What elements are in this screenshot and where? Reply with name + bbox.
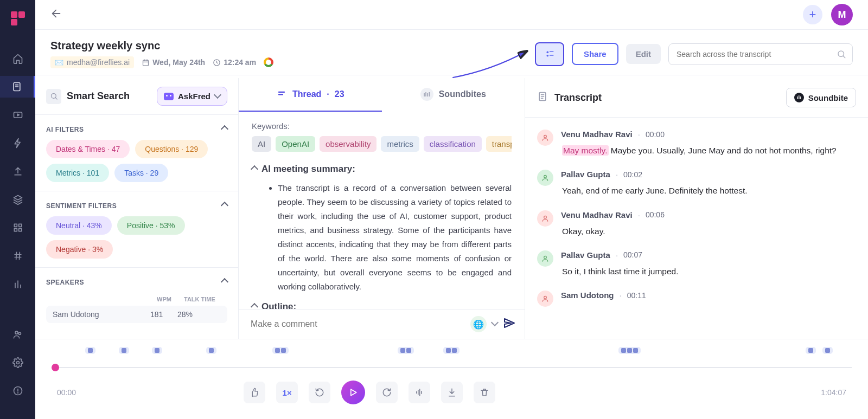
nav-team[interactable]: [7, 324, 29, 345]
timeline-marker[interactable]: [152, 347, 162, 354]
svg-point-27: [546, 51, 548, 53]
filter-chip[interactable]: Dates & Times · 47: [46, 140, 130, 158]
transcript-title: Transcript: [554, 92, 780, 104]
add-button[interactable]: +: [803, 5, 822, 24]
visibility-toggle[interactable]: 🌐: [470, 316, 487, 332]
share-button[interactable]: Share: [572, 43, 618, 65]
edit-button[interactable]: Edit: [626, 44, 661, 64]
timeline-marker[interactable]: [443, 347, 459, 354]
keyword-chip[interactable]: metrics: [381, 136, 419, 152]
download-button[interactable]: [441, 382, 463, 403]
chevron-up-icon: [222, 126, 227, 133]
timeline-marker[interactable]: [822, 347, 833, 354]
tab-soundbites[interactable]: ılıl Soundbites: [382, 78, 525, 112]
playbar[interactable]: [52, 365, 852, 370]
nav-media[interactable]: [7, 104, 29, 126]
filter-chip[interactable]: Tasks · 29: [114, 164, 168, 182]
speaker-row[interactable]: Sam Udotong18128%: [46, 306, 227, 323]
send-button[interactable]: [503, 317, 516, 332]
waveform-button[interactable]: [409, 382, 430, 403]
thumbs-up-button[interactable]: [244, 382, 265, 403]
transcript-entry[interactable]: Venu Madhav Ravi·00:00 May mostly. Maybe…: [537, 123, 856, 163]
svg-point-44: [544, 256, 547, 259]
nav-help[interactable]: [7, 380, 29, 402]
svg-rect-30: [550, 55, 553, 55]
svg-line-34: [55, 98, 57, 99]
speakers-header[interactable]: SPEAKERS: [46, 274, 227, 293]
timeline-marker[interactable]: [206, 347, 216, 354]
nav-home[interactable]: [7, 48, 29, 69]
sentiment-chip[interactable]: Neutral · 43%: [46, 216, 112, 235]
nav-hash[interactable]: [7, 245, 29, 267]
speaker-avatar: [537, 130, 553, 146]
nav-layers[interactable]: [7, 189, 29, 210]
keyword-chip[interactable]: transparency: [486, 136, 512, 152]
timeline-marker[interactable]: [119, 347, 129, 354]
back-button[interactable]: [50, 8, 62, 22]
svg-rect-22: [143, 60, 149, 66]
transcript-icon: [537, 91, 548, 104]
timeline-marker[interactable]: [806, 347, 816, 354]
svg-point-43: [544, 216, 547, 218]
keyword-chip[interactable]: OpenAI: [276, 136, 315, 152]
timeline-marker[interactable]: [398, 347, 414, 354]
timeline-marker[interactable]: [618, 347, 641, 354]
sentiment-chip[interactable]: Negative · 3%: [46, 240, 113, 259]
nav-analytics[interactable]: [7, 273, 29, 295]
speaker-avatar: [537, 250, 553, 267]
keyword-chip[interactable]: classification: [424, 136, 482, 152]
thread-panel: Thread·23 ılıl Soundbites Keywords: AIOp…: [239, 78, 525, 339]
playhead[interactable]: [52, 364, 59, 371]
play-button[interactable]: [341, 381, 365, 404]
page-title: Strategy weekly sync: [50, 40, 273, 52]
speed-button[interactable]: 1×: [276, 382, 298, 403]
smart-search-panel: Smart Search AskFred AI FILTERS Dates & …: [35, 78, 239, 339]
transcript-entry[interactable]: Pallav Gupta·00:07 So it, I think last t…: [537, 244, 856, 284]
transcript-entry[interactable]: Sam Udotong·00:11: [537, 284, 856, 313]
chevron-up-icon: [222, 202, 227, 210]
nav-notes[interactable]: [0, 76, 35, 98]
transcript-search-input[interactable]: [668, 43, 853, 65]
filter-chip[interactable]: Metrics · 101: [46, 164, 109, 182]
svg-rect-5: [14, 224, 17, 227]
keyword-chip[interactable]: AI: [252, 136, 271, 152]
chevron-down-icon[interactable]: [492, 319, 497, 329]
summary-toggle[interactable]: AI meeting summary:: [252, 164, 512, 175]
sentiment-filters-header[interactable]: SENTIMENT FILTERS: [46, 198, 227, 216]
chevron-up-icon: [252, 164, 257, 175]
transcript-entry[interactable]: Pallav Gupta·00:02 Yeah, end of me early…: [537, 163, 856, 203]
time-end: 1:04:07: [821, 388, 846, 397]
topbar: + M: [35, 0, 868, 30]
delete-button[interactable]: [474, 382, 495, 403]
nav-settings[interactable]: [7, 352, 29, 373]
forward-15-button[interactable]: [376, 382, 398, 403]
svg-rect-8: [18, 229, 21, 231]
svg-line-11: [16, 252, 16, 259]
user-avatar[interactable]: M: [831, 4, 853, 25]
askfred-button[interactable]: AskFred: [157, 87, 227, 106]
soundbite-button[interactable]: ılıSoundbite: [786, 88, 856, 107]
filter-chip[interactable]: Questions · 129: [135, 140, 208, 158]
svg-rect-36: [278, 94, 283, 95]
comment-input[interactable]: [247, 316, 465, 332]
svg-point-42: [544, 176, 547, 178]
transcript-entry[interactable]: Venu Madhav Ravi·00:06 Okay, okay.: [537, 204, 856, 244]
outline-toggle[interactable]: Outline:: [252, 301, 512, 310]
keyword-chip[interactable]: observability: [320, 136, 376, 152]
nav-bolt[interactable]: [7, 132, 29, 154]
summary-bullet: The transcript is a record of a conversa…: [278, 181, 512, 294]
sentiment-chip[interactable]: Positive · 53%: [117, 216, 185, 235]
left-rail: [0, 0, 35, 419]
tab-thread[interactable]: Thread·23: [239, 78, 382, 112]
chrome-icon: [264, 57, 273, 67]
meeting-info-button[interactable]: [535, 42, 564, 66]
ai-filters-header[interactable]: AI FILTERS: [46, 121, 227, 140]
timeline-marker[interactable]: [272, 347, 289, 354]
meta-time: 12:24 am: [213, 58, 256, 67]
nav-upload[interactable]: [7, 160, 29, 182]
nav-apps[interactable]: [7, 217, 29, 238]
rewind-5-button[interactable]: [309, 382, 330, 403]
svg-rect-28: [550, 51, 553, 51]
timeline-marker[interactable]: [85, 347, 95, 354]
search-icon[interactable]: [46, 89, 61, 104]
